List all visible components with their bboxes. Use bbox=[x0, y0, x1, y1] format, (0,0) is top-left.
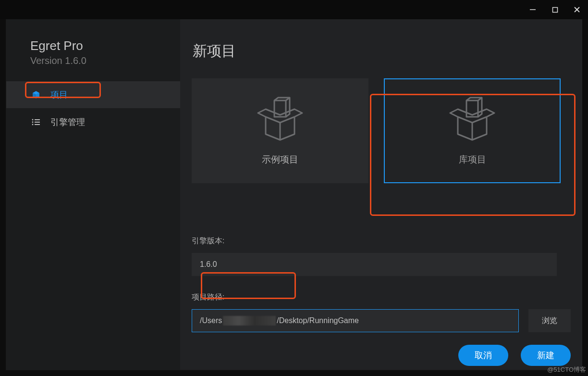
watermark-text: @51CTO博客 bbox=[547, 365, 586, 374]
cube-icon bbox=[30, 90, 42, 99]
engine-version-label: 引擎版本: bbox=[192, 236, 571, 246]
app-window: Egret Pro Version 1.6.0 项目 引擎管理 新项目 bbox=[0, 0, 588, 376]
titlebar bbox=[0, 0, 588, 19]
app-title: Egret Pro bbox=[30, 38, 159, 53]
project-path-block: 项目路径: /Users/Desktop/RunningGame 浏览 bbox=[192, 292, 571, 332]
svg-point-4 bbox=[32, 119, 34, 121]
brand-block: Egret Pro Version 1.6.0 bbox=[6, 38, 180, 81]
app-version: Version 1.6.0 bbox=[30, 55, 86, 66]
sidebar: Egret Pro Version 1.6.0 项目 引擎管理 bbox=[6, 19, 180, 370]
page-title: 新项目 bbox=[193, 41, 571, 61]
sidebar-item-label: 项目 bbox=[50, 89, 68, 100]
cancel-button[interactable]: 取消 bbox=[458, 345, 508, 366]
box-open-icon bbox=[448, 96, 496, 142]
redacted-segment bbox=[223, 316, 276, 326]
sidebar-item-label: 引擎管理 bbox=[50, 116, 85, 128]
template-card-label: 库项目 bbox=[459, 153, 486, 166]
svg-rect-1 bbox=[552, 7, 557, 12]
svg-point-8 bbox=[32, 124, 34, 125]
sidebar-item-projects[interactable]: 项目 bbox=[6, 81, 180, 108]
minimize-button[interactable] bbox=[522, 0, 544, 19]
svg-point-6 bbox=[32, 122, 34, 123]
list-icon bbox=[30, 119, 42, 125]
template-card-example[interactable]: 示例项目 bbox=[192, 78, 368, 183]
engine-version-block: 引擎版本: 1.6.0 bbox=[192, 236, 571, 276]
box-open-icon bbox=[256, 96, 304, 142]
template-card-label: 示例项目 bbox=[262, 153, 298, 166]
create-button[interactable]: 新建 bbox=[521, 345, 571, 366]
maximize-button[interactable] bbox=[544, 0, 566, 19]
content-area: Egret Pro Version 1.6.0 项目 引擎管理 新项目 bbox=[6, 19, 582, 370]
project-path-input[interactable]: /Users/Desktop/RunningGame bbox=[192, 309, 519, 332]
project-path-value: /Users/Desktop/RunningGame bbox=[200, 316, 359, 326]
engine-version-select[interactable]: 1.6.0 bbox=[192, 253, 557, 276]
project-path-label: 项目路径: bbox=[192, 292, 571, 302]
browse-button[interactable]: 浏览 bbox=[528, 309, 571, 332]
template-cards: 示例项目 bbox=[192, 78, 571, 183]
engine-version-value: 1.6.0 bbox=[200, 260, 217, 269]
template-card-library[interactable]: 库项目 bbox=[384, 78, 561, 183]
sidebar-item-engine-management[interactable]: 引擎管理 bbox=[6, 109, 180, 136]
footer-actions: 取消 新建 bbox=[458, 345, 571, 366]
main-panel: 新项目 bbox=[180, 19, 582, 370]
close-button[interactable] bbox=[566, 0, 588, 19]
